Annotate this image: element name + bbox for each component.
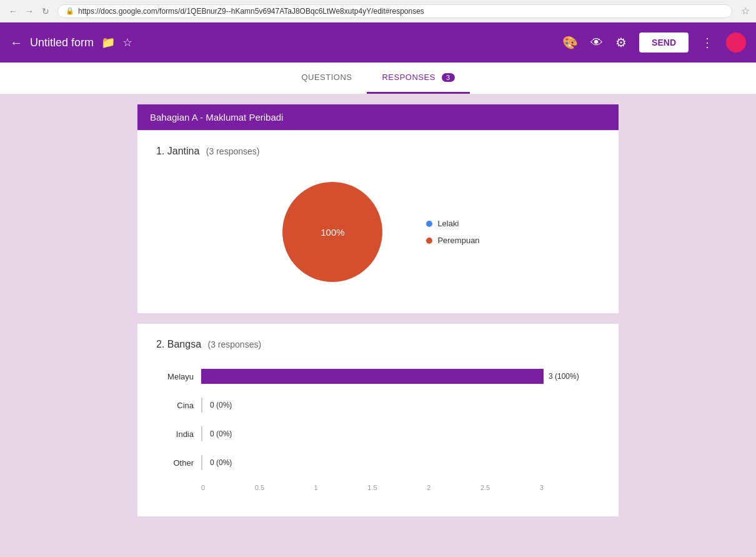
folder-button[interactable]: 📁 [101, 36, 115, 49]
bar-track-melayu: 3 (100%) [201, 369, 594, 384]
avatar [726, 33, 746, 53]
bar-row-cina: Cina 0 (0%) [156, 398, 594, 413]
x-label-2: 2 [427, 484, 430, 491]
question-1-card: 1. Jantina (3 responses) 100% Lelaki [137, 131, 619, 313]
back-arrow-icon: ← [10, 36, 22, 50]
bar-zero-line-cina [201, 398, 202, 413]
form-title: Untitled form [30, 36, 94, 49]
bar-label-cina: Cina [156, 401, 194, 410]
lock-icon: 🔒 [66, 7, 74, 15]
x-label-25: 2.5 [480, 484, 490, 491]
bar-label-melayu: Melayu [156, 372, 194, 381]
preview-icon: 👁 [590, 36, 603, 49]
back-nav-button[interactable]: ← [10, 36, 22, 50]
tab-responses[interactable]: RESPONSES 3 [367, 63, 469, 94]
legend-dot-perempuan [426, 238, 432, 244]
bar-row-melayu: Melayu 3 (100%) [156, 369, 594, 384]
more-icon: ⋮ [701, 36, 714, 49]
legend-label-lelaki: Lelaki [437, 219, 459, 228]
tab-questions[interactable]: QUESTIONS [286, 63, 367, 94]
bookmark-button[interactable]: ☆ [741, 5, 750, 17]
pie-chart: 100% [276, 176, 389, 288]
more-options-button[interactable]: ⋮ [701, 35, 714, 50]
question-2-card: 2. Bangsa (3 responses) Melayu 3 (100%) … [137, 324, 619, 516]
pie-chart-container: 100% Lelaki Perempuan [156, 169, 600, 294]
settings-button[interactable]: ⚙ [615, 35, 627, 50]
legend-item-perempuan: Perempuan [426, 236, 479, 245]
browser-bar: ← → ↻ 🔒 https://docs.google.com/forms/d/… [0, 0, 756, 23]
bar-chart-container: Melayu 3 (100%) Cina 0 (0%) Indi [156, 363, 600, 498]
question-1-title: 1. Jantina (3 responses) [156, 146, 600, 157]
bar-track-cina: 0 (0%) [201, 398, 594, 413]
legend-item-lelaki: Lelaki [426, 219, 479, 228]
question-1-response-count: (3 responses) [206, 146, 260, 156]
bar-track-india: 0 (0%) [201, 426, 594, 441]
bar-row-other: Other 0 (0%) [156, 455, 594, 470]
legend-label-perempuan: Perempuan [437, 236, 479, 245]
legend-dot-lelaki [426, 221, 432, 227]
forward-button[interactable]: → [22, 4, 36, 18]
x-label-3: 3 [540, 484, 544, 491]
pie-legend: Lelaki Perempuan [426, 219, 479, 245]
settings-icon: ⚙ [615, 36, 627, 49]
star-button[interactable]: ☆ [122, 36, 132, 49]
responses-badge: 3 [442, 73, 455, 82]
bar-value-cina: 0 (0%) [210, 401, 232, 409]
header-icons: 🎨 👁 ⚙ SEND ⋮ [562, 33, 746, 53]
refresh-button[interactable]: ↻ [39, 4, 52, 18]
app-header: ← Untitled form 📁 ☆ 🎨 👁 ⚙ SEND ⋮ [0, 23, 756, 63]
palette-icon: 🎨 [562, 36, 578, 49]
question-1-number: 1. [156, 146, 164, 156]
url-bar[interactable]: 🔒 https://docs.google.com/forms/d/1QEBnu… [57, 4, 732, 18]
x-label-05: 0.5 [255, 484, 264, 491]
section-header: Bahagian A - Maklumat Peribadi [137, 104, 619, 130]
browser-nav: ← → ↻ [6, 4, 52, 18]
bar-zero-line-india [201, 426, 202, 441]
bar-label-india: India [156, 429, 194, 439]
bar-label-other: Other [156, 458, 194, 468]
question-2-number: 2. [156, 339, 164, 349]
bar-track-other: 0 (0%) [201, 455, 594, 470]
bar-value-other: 0 (0%) [210, 458, 232, 467]
palette-button[interactable]: 🎨 [562, 35, 578, 50]
x-label-1: 1 [314, 484, 318, 491]
x-axis: 0 0.5 1 1.5 2 2.5 3 [201, 484, 594, 491]
star-icon: ☆ [122, 36, 132, 49]
pie-percentage-label: 100% [321, 227, 344, 238]
main-content: Bahagian A - Maklumat Peribadi 1. Jantin… [137, 104, 619, 541]
bar-value-india: 0 (0%) [210, 429, 232, 438]
x-label-0: 0 [201, 484, 205, 491]
question-2-title: 2. Bangsa (3 responses) [156, 339, 600, 350]
bar-value-melayu: 3 (100%) [549, 372, 579, 381]
bar-fill-melayu [201, 369, 544, 384]
url-text: https://docs.google.com/forms/d/1QEBnurZ… [78, 7, 424, 16]
tab-responses-label: RESPONSES [382, 73, 435, 82]
bar-row-india: India 0 (0%) [156, 426, 594, 441]
preview-button[interactable]: 👁 [590, 36, 603, 50]
folder-icon: 📁 [101, 36, 115, 49]
back-button[interactable]: ← [6, 4, 20, 18]
tab-bar: QUESTIONS RESPONSES 3 [0, 63, 756, 94]
bar-zero-line-other [201, 455, 202, 470]
question-2-response-count: (3 responses) [208, 339, 262, 349]
send-button[interactable]: SEND [639, 33, 689, 53]
x-label-15: 1.5 [367, 484, 377, 491]
section-gap [137, 313, 619, 323]
